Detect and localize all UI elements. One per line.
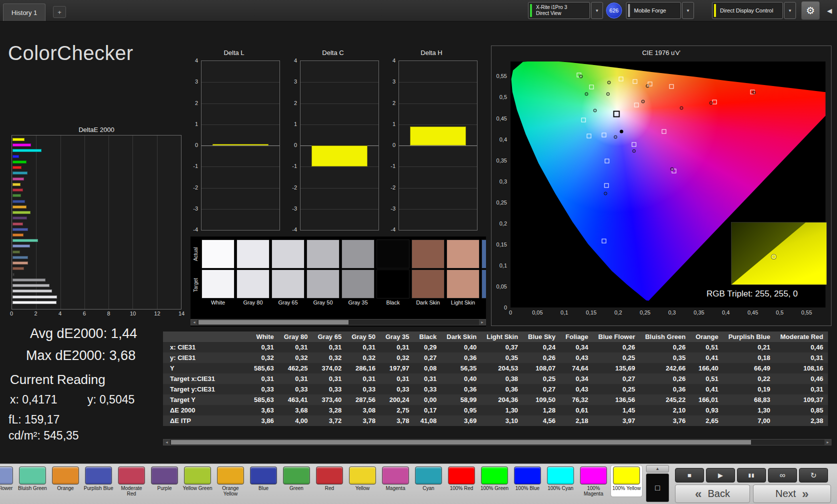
table-cell: 0,51 — [690, 374, 724, 384]
color-chip — [52, 466, 79, 484]
pattern-button-100-cyan[interactable]: 100% Cyan — [545, 466, 576, 496]
table-cell: 585,63 — [249, 394, 279, 405]
pattern-button-100-magenta[interactable]: 100% Magenta — [578, 466, 609, 496]
scroll-right-icon[interactable]: ► — [824, 440, 831, 445]
pattern-buttons-row: Blue FlowerBluish GreenOrangePurplish Bl… — [0, 466, 642, 496]
pattern-button-label: Orange — [57, 486, 74, 491]
swatch-comparison-strip: Actual Target WhiteGray 80Gray 65Gray 50… — [190, 236, 486, 326]
column-header-dark-skin: Dark Skin — [442, 332, 482, 342]
gridline — [399, 166, 477, 167]
pattern-button-yellow-green[interactable]: Yellow Green — [182, 466, 213, 496]
table-cell: 0,36 — [640, 384, 690, 394]
pattern-button-purplish-blue[interactable]: Purplish Blue — [83, 466, 114, 496]
table-row--e-2000: ΔE 20003,633,683,283,082,750,170,951,301… — [163, 405, 828, 416]
table-scrollbar[interactable]: ◄ ► — [163, 439, 832, 446]
pattern-button-orange-yellow[interactable]: Orange Yellow — [215, 466, 246, 496]
source-chevron-down-icon[interactable]: ▼ — [682, 2, 694, 19]
table-cell: 0,46 — [775, 342, 828, 352]
swatch-name: Gray 35 — [342, 300, 374, 306]
table-cell: 0,36 — [442, 352, 482, 363]
reading-fl: fL: 159,17 — [8, 413, 60, 426]
collapse-arrow-icon[interactable]: ◀ — [824, 5, 835, 16]
table-cell: 462,25 — [279, 363, 313, 374]
table-cell: 2,65 — [690, 416, 724, 426]
row-label: ΔE 2000 — [163, 405, 249, 416]
table-scrollbar-thumb[interactable] — [171, 440, 751, 444]
pattern-button-100-red[interactable]: 100% Red — [446, 466, 477, 496]
gear-icon[interactable]: ⚙ — [801, 1, 820, 20]
table-cell: 374,02 — [312, 363, 346, 374]
measurement-table: WhiteGray 80Gray 65Gray 50Gray 35BlackDa… — [163, 332, 828, 426]
de-bar-cyan — [12, 172, 28, 174]
de-bar-100-cyan — [12, 149, 42, 152]
back-button[interactable]: « Back — [675, 484, 750, 503]
table-cell: 66,49 — [724, 363, 776, 374]
y-tick-label: 1 — [392, 121, 396, 127]
play-button[interactable]: ▶ — [706, 468, 735, 482]
table-cell: 0,40 — [442, 374, 482, 384]
de-bar-bluish-green — [12, 239, 38, 242]
scroll-left-icon[interactable]: ◄ — [191, 320, 198, 325]
pattern-button-yellow[interactable]: Yellow — [347, 466, 378, 496]
pattern-button-moderate-red[interactable]: Moderate Red — [116, 466, 147, 496]
next-button[interactable]: Next » — [753, 484, 831, 503]
add-tab-button[interactable]: + — [53, 6, 66, 18]
y-tick-label: 1 — [195, 121, 198, 127]
pattern-button-blue[interactable]: Blue — [248, 466, 279, 496]
target-swatch — [446, 270, 480, 298]
de-bar-100-blue — [12, 155, 19, 158]
pattern-source-dropdown[interactable]: Mobile Forge — [626, 2, 681, 19]
pattern-button-red[interactable]: Red — [314, 466, 345, 496]
tab-history[interactable]: History 1 — [3, 4, 46, 21]
pattern-button-100-blue[interactable]: 100% Blue — [512, 466, 543, 496]
eject-up-button[interactable]: ▲ — [646, 465, 669, 472]
table-cell: 0,37 — [482, 342, 523, 352]
y-tick-label: 4 — [294, 58, 297, 64]
pattern-button-cyan[interactable]: Cyan — [413, 466, 444, 496]
gridline — [300, 82, 378, 82]
pattern-button-100-yellow[interactable]: 100% Yellow — [611, 466, 642, 496]
meter-chevron-down-icon[interactable]: ▼ — [591, 2, 603, 19]
actual-swatch — [202, 240, 234, 268]
stop-button[interactable]: ■ — [675, 468, 704, 482]
inset-point-marker — [772, 254, 776, 259]
pattern-button-magenta[interactable]: Magenta — [380, 466, 411, 496]
pattern-button-bluish-green[interactable]: Bluish Green — [17, 466, 48, 496]
cie-point-square — [662, 129, 666, 134]
table-cell: 0,08 — [414, 363, 442, 374]
de-bar-white — [12, 301, 56, 304]
display-control-chevron-down-icon[interactable]: ▼ — [784, 2, 796, 19]
scroll-right-icon[interactable]: ► — [479, 320, 486, 325]
table-cell: 0,17 — [414, 405, 442, 416]
delta-c-y-axis: 43210-1-2-3-4 — [287, 60, 298, 230]
pattern-button-purple[interactable]: Purple — [149, 466, 180, 496]
table-cell: 0,33 — [414, 384, 442, 394]
display-control-dropdown[interactable]: Direct Display Control — [712, 2, 783, 19]
cie-point-square — [712, 100, 717, 104]
scroll-left-icon[interactable]: ◄ — [164, 440, 170, 445]
table-cell: 0,41 — [690, 352, 724, 363]
cie-x-tick-label: 0 — [509, 310, 512, 316]
y-tick-label: -4 — [193, 226, 198, 232]
strip-scrollbar[interactable]: ◄ ► — [190, 319, 486, 326]
pattern-window-button[interactable]: □ — [646, 474, 669, 502]
strip-swatch-gray-80: Gray 80 — [236, 240, 270, 310]
loop-button[interactable]: ∞ — [768, 468, 797, 482]
refresh-button[interactable]: ↻ — [799, 468, 828, 482]
color-chip — [151, 466, 178, 484]
table-cell: 0,61 — [560, 405, 594, 416]
x-tick-label: 12 — [154, 310, 160, 316]
column-header-gray-65: Gray 65 — [312, 332, 346, 342]
strip-swatch-black: Black — [376, 240, 410, 310]
de-bar-dark-skin — [12, 267, 24, 270]
back-chevron-icon: « — [695, 487, 702, 501]
pattern-button-orange[interactable]: Orange — [50, 466, 81, 496]
cie-x-tick-label: 0,5 — [776, 310, 784, 316]
pattern-button-100-green[interactable]: 100% Green — [479, 466, 510, 496]
table-cell: 109,50 — [523, 394, 560, 405]
pause-button[interactable]: ▮▮ — [737, 468, 766, 482]
pattern-button-blue-flower[interactable]: Blue Flower — [0, 466, 15, 496]
strip-scrollbar-thumb[interactable] — [198, 320, 348, 324]
pattern-button-green[interactable]: Green — [281, 466, 312, 496]
meter-dropdown[interactable]: X-Rite i1Pro 3 Direct View — [528, 2, 590, 19]
